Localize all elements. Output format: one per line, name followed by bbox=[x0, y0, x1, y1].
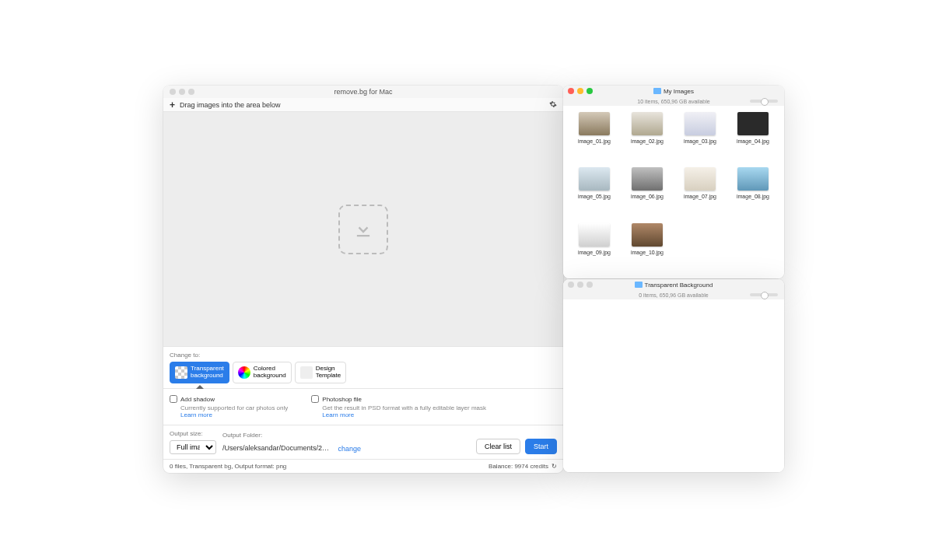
finder2-body[interactable] bbox=[563, 299, 784, 472]
finder-my-images: My Images 10 items, 650,96 GB available … bbox=[563, 86, 784, 278]
file-label: image_09.jpg bbox=[578, 250, 611, 255]
thumbnail bbox=[579, 223, 610, 247]
mode-colored-button[interactable]: Coloredbackground bbox=[233, 362, 292, 383]
shadow-title: Add shadow bbox=[180, 396, 215, 403]
psd-option: Photoshop file Get the result in PSD for… bbox=[311, 395, 486, 418]
file-item[interactable]: image_03.jpg bbox=[675, 112, 725, 161]
folder-icon bbox=[653, 88, 661, 94]
zoom-slider[interactable] bbox=[750, 100, 778, 103]
file-label: image_01.jpg bbox=[578, 138, 611, 144]
thumbnail bbox=[685, 167, 716, 191]
file-item[interactable]: image_04.jpg bbox=[728, 112, 778, 161]
options-section: Add shadow Currently supported for car p… bbox=[163, 388, 563, 425]
output-folder-path: /Users/aleksandar/Documents/2023-04-0... bbox=[222, 444, 331, 452]
finder1-titlebar[interactable]: My Images bbox=[563, 86, 784, 96]
status-balance: Balance: 9974 credits bbox=[489, 463, 548, 470]
file-label: image_05.jpg bbox=[578, 194, 611, 199]
file-label: image_08.jpg bbox=[737, 194, 769, 199]
status-bar: 0 files, Transparent bg, Output format: … bbox=[163, 459, 563, 473]
finder1-sub: 10 items, 650,96 GB available bbox=[563, 96, 784, 106]
file-item[interactable]: image_07.jpg bbox=[675, 167, 725, 216]
file-label: image_06.jpg bbox=[631, 194, 664, 199]
drop-target bbox=[338, 205, 388, 254]
app-window: remove.bg for Mac + Drag images into the… bbox=[163, 86, 563, 473]
thumbnail bbox=[632, 167, 663, 191]
finder2-title: Transparent Background bbox=[563, 282, 784, 289]
thumbnail bbox=[632, 223, 663, 247]
finder1-body[interactable]: image_01.jpgimage_02.jpgimage_03.jpgimag… bbox=[563, 106, 784, 278]
output-size-select[interactable]: Full image bbox=[170, 440, 216, 454]
file-item[interactable]: image_08.jpg bbox=[728, 167, 778, 216]
change-section: Change to: Transparentbackground Colored… bbox=[163, 346, 563, 388]
file-item[interactable]: image_01.jpg bbox=[569, 112, 619, 161]
thumbnail bbox=[579, 167, 610, 191]
active-indicator bbox=[196, 385, 204, 389]
window-title: remove.bg for Mac bbox=[163, 88, 563, 96]
file-item[interactable]: image_02.jpg bbox=[622, 112, 672, 161]
change-label: Change to: bbox=[170, 352, 557, 359]
shadow-learn-link[interactable]: Learn more bbox=[180, 411, 288, 418]
file-label: image_03.jpg bbox=[684, 138, 716, 144]
psd-title: Photoshop file bbox=[322, 396, 362, 403]
change-folder-link[interactable]: change bbox=[338, 445, 361, 453]
status-left: 0 files, Transparent bg, Output format: … bbox=[170, 463, 286, 470]
output-section: Output size: Full image Output Folder: /… bbox=[163, 425, 563, 459]
color-wheel-icon bbox=[238, 366, 250, 379]
thumbnail bbox=[737, 112, 769, 135]
file-item[interactable]: image_05.jpg bbox=[569, 167, 619, 216]
settings-button[interactable] bbox=[549, 100, 557, 110]
shadow-option: Add shadow Currently supported for car p… bbox=[170, 395, 288, 418]
add-icon[interactable]: + bbox=[170, 100, 175, 110]
file-label: image_02.jpg bbox=[631, 138, 664, 144]
transparent-icon bbox=[175, 366, 187, 379]
output-folder-label: Output Folder: bbox=[222, 432, 361, 439]
thumbnail bbox=[737, 167, 769, 191]
finder1-title: My Images bbox=[563, 88, 784, 95]
thumbnail bbox=[632, 112, 663, 135]
psd-checkbox[interactable] bbox=[311, 395, 319, 403]
file-item[interactable]: image_10.jpg bbox=[622, 223, 672, 272]
finder2-sub: 0 items, 650,96 GB available bbox=[563, 290, 784, 299]
toolbar: + Drag images into the area below bbox=[163, 98, 563, 112]
finder-transparent-bg: Transparent Background 0 items, 650,96 G… bbox=[563, 279, 784, 472]
thumbnail bbox=[685, 112, 716, 135]
drop-area[interactable] bbox=[163, 112, 563, 346]
start-button[interactable]: Start bbox=[525, 439, 557, 454]
mode-transparent-button[interactable]: Transparentbackground bbox=[170, 362, 229, 383]
titlebar[interactable]: remove.bg for Mac bbox=[163, 86, 563, 98]
zoom-slider[interactable] bbox=[750, 293, 778, 296]
thumbnail bbox=[579, 112, 610, 135]
file-label: image_04.jpg bbox=[737, 138, 769, 144]
folder-icon bbox=[635, 282, 643, 288]
mode-template-button[interactable]: DesignTemplate bbox=[295, 362, 346, 383]
file-label: image_10.jpg bbox=[631, 250, 664, 255]
file-item[interactable]: image_09.jpg bbox=[569, 223, 619, 272]
shadow-checkbox[interactable] bbox=[170, 395, 177, 403]
file-item[interactable]: image_06.jpg bbox=[622, 167, 672, 216]
file-label: image_07.jpg bbox=[684, 194, 716, 199]
finder2-titlebar[interactable]: Transparent Background bbox=[563, 279, 784, 290]
template-icon bbox=[300, 366, 313, 379]
psd-desc: Get the result in PSD format with a full… bbox=[322, 404, 486, 411]
download-arrow-icon bbox=[352, 219, 374, 240]
clear-list-button[interactable]: Clear list bbox=[476, 439, 520, 454]
output-size-label: Output size: bbox=[170, 430, 216, 437]
shadow-desc: Currently supported for car photos only bbox=[180, 404, 288, 411]
drag-hint: Drag images into the area below bbox=[180, 101, 281, 109]
psd-learn-link[interactable]: Learn more bbox=[322, 411, 486, 418]
refresh-icon[interactable]: ↻ bbox=[552, 463, 557, 470]
gear-icon bbox=[549, 100, 557, 108]
